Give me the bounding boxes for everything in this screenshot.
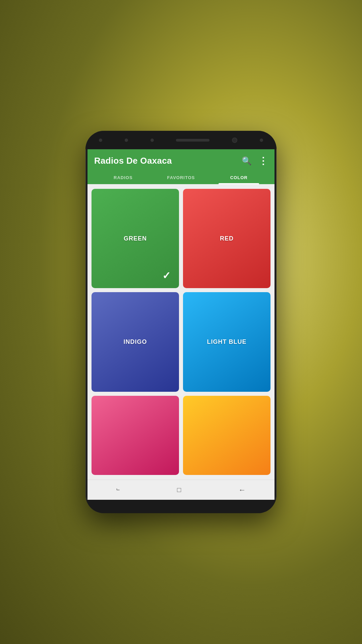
- color-label-light-blue: LIGHT BLUE: [207, 338, 247, 345]
- top-dot-3: [150, 139, 154, 142]
- tab-color[interactable]: COLOR: [210, 171, 268, 184]
- search-icon[interactable]: 🔍: [242, 156, 252, 166]
- tabs-row: RADIOS FAVORITOS COLOR: [94, 171, 268, 184]
- phone-top-bar: [85, 131, 277, 149]
- more-options-icon[interactable]: ⋮: [258, 155, 268, 166]
- color-card-pink[interactable]: [92, 396, 179, 475]
- color-card-green[interactable]: GREEN ✓: [92, 189, 179, 288]
- back-button[interactable]: ←: [232, 483, 252, 497]
- checkmark-green: ✓: [162, 270, 171, 281]
- color-label-indigo: INDIGO: [123, 338, 147, 345]
- phone-bottom-bar: [85, 500, 277, 513]
- top-dot-left: [99, 139, 102, 142]
- speaker-grille: [176, 139, 209, 142]
- color-card-light-blue[interactable]: LIGHT BLUE: [183, 292, 270, 391]
- tab-radios[interactable]: RADIOS: [94, 171, 152, 184]
- app-title: Radios De Oaxaca: [94, 156, 172, 166]
- bottom-nav: ⌐ □ ←: [87, 480, 275, 500]
- front-camera: [232, 138, 237, 143]
- top-dot-2: [125, 139, 128, 142]
- color-card-red[interactable]: RED: [183, 189, 270, 288]
- app-title-row: Radios De Oaxaca 🔍 ⋮: [94, 155, 268, 166]
- color-card-orange[interactable]: [183, 396, 270, 475]
- phone-screen: Radios De Oaxaca 🔍 ⋮ RADIOS FAVORITOS CO…: [87, 149, 275, 480]
- tab-favoritos[interactable]: FAVORITOS: [152, 171, 210, 184]
- phone-frame: Radios De Oaxaca 🔍 ⋮ RADIOS FAVORITOS CO…: [85, 131, 277, 513]
- color-card-indigo[interactable]: INDIGO: [92, 292, 179, 391]
- color-grid: GREEN ✓ RED INDIGO LIGHT BLUE: [87, 184, 275, 480]
- color-label-green: GREEN: [124, 235, 147, 242]
- top-dot-right: [260, 139, 263, 142]
- home-button[interactable]: □: [170, 483, 188, 496]
- app-header: Radios De Oaxaca 🔍 ⋮ RADIOS FAVORITOS CO…: [87, 149, 275, 184]
- header-icons: 🔍 ⋮: [242, 155, 268, 166]
- color-label-red: RED: [220, 235, 234, 242]
- recent-apps-button[interactable]: ⌐: [110, 484, 127, 496]
